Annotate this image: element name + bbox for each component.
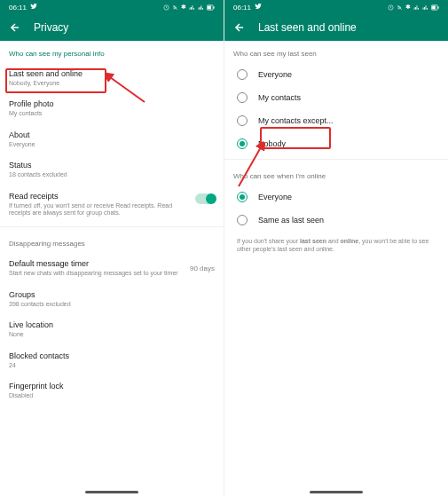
radio-icon <box>237 69 248 80</box>
svg-rect-4 <box>214 6 215 8</box>
item-default-timer[interactable]: Default message timer Start new chats wi… <box>0 253 224 283</box>
svg-rect-9 <box>438 6 439 8</box>
info-text: If you don't share your last seen and on… <box>224 232 448 258</box>
radio-icon <box>237 192 248 202</box>
privacy-screen: 06:11 ✱ Privacy Who can see my personal … <box>0 0 224 497</box>
radio-my-contacts-except[interactable]: My contacts except... <box>224 109 448 132</box>
status-icons: ✱ <box>163 4 215 11</box>
divider <box>224 159 448 160</box>
item-last-seen[interactable]: Last seen and online Nobody, Everyone <box>0 63 224 93</box>
twitter-icon <box>30 3 37 12</box>
page-title: Privacy <box>34 21 68 34</box>
radio-my-contacts[interactable]: My contacts <box>224 86 448 109</box>
nav-pill[interactable] <box>310 491 363 493</box>
app-bar: Last seen and online <box>224 14 448 41</box>
timer-value: 90 days <box>190 264 215 272</box>
item-read-receipts[interactable]: Read receipts If turned off, you won't s… <box>0 185 224 224</box>
app-bar: Privacy <box>0 14 224 41</box>
item-live-location[interactable]: Live location None <box>0 314 224 344</box>
last-seen-screen: 06:11 ✱ Last seen and online Who can see… <box>224 0 448 497</box>
nav-pill[interactable] <box>85 491 138 493</box>
item-fingerprint[interactable]: Fingerprint lock Disabled <box>0 375 224 406</box>
item-about[interactable]: About Everyone <box>0 124 224 154</box>
svg-rect-3 <box>208 5 211 9</box>
radio-icon <box>237 115 248 126</box>
item-blocked[interactable]: Blocked contacts 24 <box>0 345 224 375</box>
radio-icon <box>237 138 248 149</box>
privacy-content: Who can see my personal info Last seen a… <box>0 41 224 497</box>
svg-rect-8 <box>432 5 436 9</box>
back-arrow-icon[interactable] <box>233 21 246 34</box>
read-receipts-toggle[interactable] <box>195 193 215 204</box>
item-profile-photo[interactable]: Profile photo My contacts <box>0 93 224 123</box>
status-icons: ✱ <box>388 4 439 11</box>
radio-online-same[interactable]: Same as last seen <box>224 209 448 232</box>
back-arrow-icon[interactable] <box>9 21 21 34</box>
status-time: 06:11 <box>233 4 251 12</box>
item-status[interactable]: Status 18 contacts excluded <box>0 154 224 185</box>
lastseen-content: Who can see my last seen Everyone My con… <box>224 41 448 497</box>
section-personal-info: Who can see my personal info <box>0 41 224 63</box>
radio-everyone[interactable]: Everyone <box>224 63 448 86</box>
section-who-online: Who can see when I'm online <box>224 163 448 185</box>
section-who-lastseen: Who can see my last seen <box>224 41 448 63</box>
status-bar: 06:11 ✱ <box>0 0 224 14</box>
twitter-icon <box>255 3 262 12</box>
item-groups[interactable]: Groups 398 contacts excluded <box>0 284 224 314</box>
status-time: 06:11 <box>9 4 27 12</box>
section-disappearing: Disappearing messages <box>0 231 224 253</box>
page-title: Last seen and online <box>258 21 357 34</box>
radio-nobody[interactable]: Nobody <box>224 132 448 155</box>
divider <box>0 226 224 227</box>
radio-icon <box>237 92 248 103</box>
status-bar: 06:11 ✱ <box>224 0 448 14</box>
radio-icon <box>237 215 248 225</box>
radio-online-everyone[interactable]: Everyone <box>224 185 448 209</box>
